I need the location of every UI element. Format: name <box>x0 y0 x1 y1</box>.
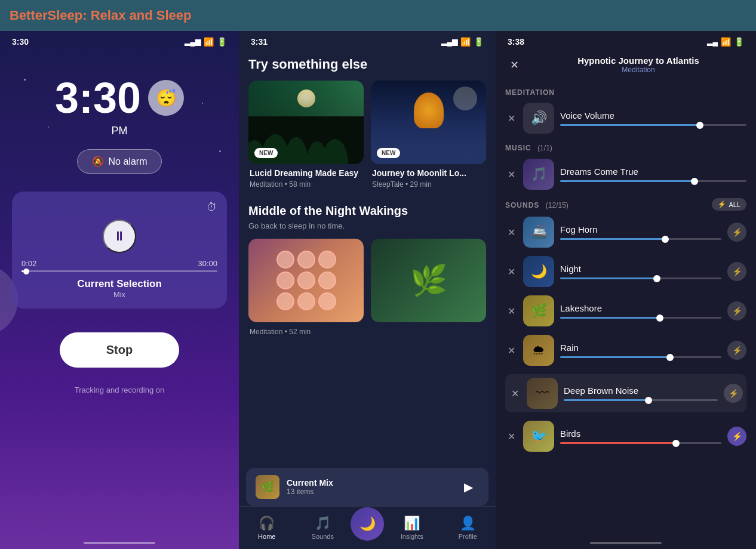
sleep-moon-icon: 🌙 <box>359 516 376 532</box>
foghorn-lightning-button[interactable]: ⚡ <box>727 223 746 242</box>
lakeshore-name: Lakeshore <box>560 303 721 313</box>
screen2: 3:31 ▂▄▆ 📶 🔋 Try something else <box>239 31 496 549</box>
pause-button[interactable]: ⏸ <box>103 220 136 253</box>
remove-brownnoise-button[interactable]: ✕ <box>509 388 521 399</box>
screens-container: 3:30 ▂▄▆ 📶 🔋 3:30 😴 PM 🔕 No alarm <box>0 31 756 549</box>
profile-icon: 👤 <box>460 516 476 531</box>
remove-rain-button[interactable]: ✕ <box>505 345 517 356</box>
rain-art: 🌧 <box>523 335 554 366</box>
screen3-title: Hypnotic Journey to Atlantis <box>530 55 746 66</box>
fog-horn-name: Fog Horn <box>560 224 721 235</box>
nav-sleep-button[interactable]: 🌙 <box>351 507 384 541</box>
clock-time: 3:30 <box>55 73 141 122</box>
brownnoise-slider[interactable] <box>564 399 718 401</box>
bottom-nav: 🎧 Home 🎵 Sounds 🌙 📊 Insights 👤 Profile <box>239 506 496 549</box>
battery-icon: 🔋 <box>217 37 227 47</box>
signal-icon: ▂▄▆ <box>185 38 201 46</box>
screen2-scroll-area[interactable]: Try something else NEW Lucid Dr <box>239 50 496 472</box>
pattern-meta: Meditation • 52 min <box>250 328 362 336</box>
night-slider[interactable] <box>560 277 721 279</box>
voice-volume-slider[interactable] <box>560 124 746 126</box>
birds-lightning-button[interactable]: ⚡ <box>727 427 746 446</box>
screen3-wifi-icon: 📶 <box>721 37 731 47</box>
content-grid: NEW Lucid Dreaming Made Easy Meditation … <box>248 81 486 192</box>
rain-lightning-button[interactable]: ⚡ <box>727 341 746 360</box>
progress-bar[interactable] <box>21 270 217 272</box>
progress-area: 0:02 30:00 <box>21 259 217 272</box>
bottom-play-button[interactable]: ▶ <box>457 476 479 498</box>
forest-image: NEW <box>248 81 364 164</box>
screen1: 3:30 ▂▄▆ 📶 🔋 3:30 😴 PM 🔕 No alarm <box>0 31 239 549</box>
nav-sounds[interactable]: 🎵 Sounds <box>295 516 351 540</box>
bottom-grid: Meditation • 52 min 🌿 <box>248 239 486 340</box>
deep-brown-noise-row: ✕ 〰 Deep Brown Noise ⚡ <box>505 374 746 412</box>
rain-row: ✕ 🌧 Rain ⚡ <box>505 335 746 366</box>
birds-row: ✕ 🐦 Birds ⚡ <box>505 421 746 452</box>
remove-birds-button[interactable]: ✕ <box>505 431 517 442</box>
screen1-time: 3:30 <box>12 37 29 47</box>
music-track-slider[interactable] <box>560 180 746 182</box>
foghorn-icon: 🚢 <box>531 224 547 240</box>
brownnoise-lightning-button[interactable]: ⚡ <box>724 384 743 403</box>
night-lightning-button[interactable]: ⚡ <box>727 262 746 281</box>
home-label: Home <box>258 533 275 540</box>
lakeshore-lightning-button[interactable]: ⚡ <box>727 301 746 320</box>
lakeshore-row: ✕ 🌿 Lakeshore ⚡ <box>505 295 746 326</box>
nav-insights[interactable]: 📊 Insights <box>384 516 440 540</box>
brownnoise-name: Deep Brown Noise <box>564 385 718 396</box>
night-art: 🌙 <box>523 256 554 287</box>
lucid-dreaming-card[interactable]: NEW Lucid Dreaming Made Easy Meditation … <box>248 81 364 192</box>
pattern-card[interactable]: Meditation • 52 min <box>248 239 364 340</box>
voice-volume-fill <box>560 124 700 126</box>
rain-name: Rain <box>560 343 721 353</box>
lakeshore-slider[interactable] <box>560 317 721 319</box>
remove-foghorn-button[interactable]: ✕ <box>505 227 517 238</box>
close-button[interactable]: ✕ <box>505 56 523 74</box>
all-badge-button[interactable]: ⚡ ALL <box>712 198 746 211</box>
night-fill <box>560 277 657 279</box>
status-right: ▂▄▆ 📶 🔋 <box>185 37 227 47</box>
bottom-player-bar[interactable]: 🌿 Current Mix 13 items ▶ <box>246 468 488 506</box>
brownnoise-fill <box>564 399 649 401</box>
remove-voice-button[interactable]: ✕ <box>505 113 517 124</box>
night-row: ✕ 🌙 Night ⚡ <box>505 256 746 287</box>
rain-slider[interactable] <box>560 356 721 358</box>
no-alarm-button[interactable]: 🔕 No alarm <box>77 149 162 174</box>
new-badge-balloon: NEW <box>377 148 400 158</box>
voice-volume-row: ✕ 🔊 Voice Volume <box>505 103 746 134</box>
total-time: 30:00 <box>198 259 217 268</box>
try-section-title: Try something else <box>248 57 486 72</box>
remove-night-button[interactable]: ✕ <box>505 266 517 277</box>
app-header: BetterSleep: Relax and Sleep <box>0 0 756 31</box>
lightning-all-icon: ⚡ <box>718 201 726 208</box>
screen2-status-bar: 3:31 ▂▄▆ 📶 🔋 <box>239 31 496 50</box>
progress-knob <box>23 269 29 274</box>
journey-moonlit-card[interactable]: NEW Journey to Moonlit Lo... SleepTale •… <box>371 81 486 192</box>
remove-music-button[interactable]: ✕ <box>505 169 517 180</box>
fern-card[interactable]: 🌿 <box>371 239 486 340</box>
screen3-scroll-area[interactable]: MEDITATION ✕ 🔊 Voice Volume <box>496 80 756 526</box>
screen2-signal-icon: ▂▄▆ <box>441 38 457 46</box>
remove-lakeshore-button[interactable]: ✕ <box>505 306 517 317</box>
nav-profile[interactable]: 👤 Profile <box>440 516 496 540</box>
home-indicator <box>84 542 155 544</box>
screen2-time: 3:31 <box>251 37 268 47</box>
timer-icon: ⏱ <box>207 201 217 214</box>
fog-horn-slider[interactable] <box>560 238 721 240</box>
screen3-status-bar: 3:38 ▂▄ 📶 🔋 <box>496 31 756 50</box>
fog-horn-knob <box>662 236 669 243</box>
stop-button[interactable]: Stop <box>60 332 179 368</box>
profile-label: Profile <box>459 533 477 540</box>
nav-home[interactable]: 🎧 Home <box>239 516 295 540</box>
player-subtitle: Mix <box>21 290 217 299</box>
music-count: (1/1) <box>537 144 552 152</box>
music-note-icon: 🎵 <box>531 166 547 182</box>
voice-volume-name: Voice Volume <box>560 110 746 121</box>
sounds-icon: 🎵 <box>315 516 331 531</box>
insights-icon: 📊 <box>404 516 420 531</box>
sounds-label: Sounds <box>312 533 334 540</box>
birds-fill <box>560 442 676 444</box>
birds-slider[interactable] <box>560 442 721 444</box>
voice-art: 🔊 <box>523 103 554 134</box>
brownnoise-icon: 〰 <box>536 385 549 401</box>
